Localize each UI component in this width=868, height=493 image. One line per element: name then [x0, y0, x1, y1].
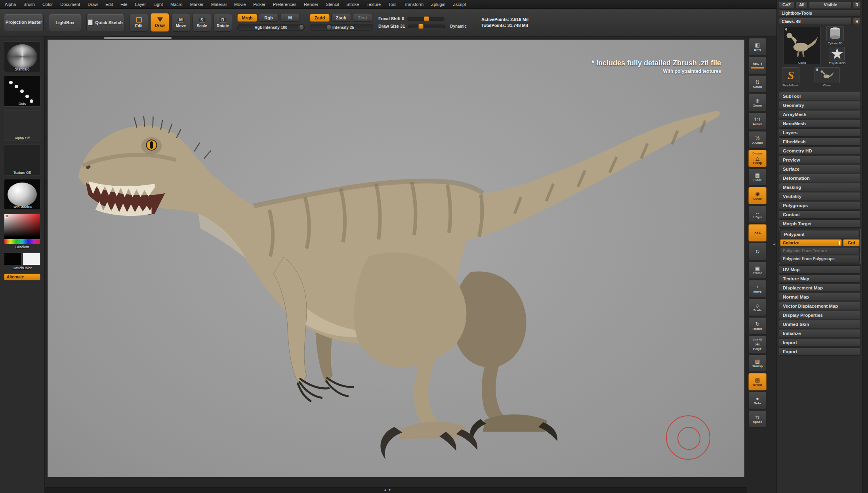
- tool-thumb-cylinder3d[interactable]: Cylinder3D: [826, 26, 844, 45]
- menu-item[interactable]: Render: [304, 2, 318, 7]
- polypaint-from-polygroups-button[interactable]: Polypaint From Polygroups: [780, 255, 860, 262]
- menu-item[interactable]: Stencil: [326, 2, 339, 7]
- current-tool-name[interactable]: Claws. 48: [779, 18, 852, 25]
- shelf-button[interactable]: ↔ L.Sym: [748, 206, 767, 223]
- tool-thumb-polymesh3d[interactable]: PolyMesh3D: [829, 47, 846, 65]
- z-intensity-slider[interactable]: Z Intensity 25: [310, 24, 373, 31]
- menu-item[interactable]: Document: [60, 2, 80, 7]
- shelf-button[interactable]: SPix 3: [748, 57, 767, 74]
- rgb-button[interactable]: Rgb: [259, 14, 279, 22]
- tool-section-header[interactable]: ArrayMesh: [779, 110, 861, 118]
- shelf-button[interactable]: ◇ Scale: [748, 299, 767, 316]
- shelf-button[interactable]: 1:1 Actual: [748, 112, 767, 130]
- menu-item[interactable]: Transform: [404, 2, 424, 7]
- tool-section-header[interactable]: SubTool: [779, 92, 861, 100]
- polypaint-from-texture-button[interactable]: Polypaint From Texture: [780, 247, 860, 254]
- shelf-button[interactable]: ⇅ Scroll: [748, 75, 767, 93]
- tool-section-header[interactable]: Morph Target: [779, 219, 861, 228]
- shelf-button[interactable]: Dynamic △ Persp: [748, 150, 767, 167]
- material-selector[interactable]: SkinShade4: [4, 179, 40, 210]
- menu-item[interactable]: Tool: [388, 2, 396, 7]
- shelf-button[interactable]: ● Solo: [748, 392, 767, 409]
- active-tool-thumbnail[interactable]: 6 Claws: [784, 27, 821, 65]
- menu-item[interactable]: Texture: [366, 2, 381, 7]
- rgb-intensity-slider[interactable]: Rgb Intensity 100: [237, 24, 305, 31]
- menu-item[interactable]: Macro: [170, 2, 183, 7]
- menu-item[interactable]: Edit: [105, 2, 113, 7]
- tool-section-header[interactable]: UV Map: [779, 265, 861, 274]
- m-button[interactable]: M: [280, 14, 300, 22]
- tool-section-header[interactable]: Vector Displacement Map: [779, 302, 861, 310]
- zsub-button[interactable]: Zsub: [331, 14, 351, 22]
- main-color-swatch[interactable]: [4, 253, 22, 265]
- menu-item[interactable]: Color: [42, 2, 53, 7]
- panel-collapse-arrow[interactable]: ◂: [773, 242, 775, 247]
- shelf-button[interactable]: ▦ Floor: [748, 168, 767, 186]
- menu-item[interactable]: Layer: [135, 2, 146, 7]
- tool-section-header[interactable]: Polygroups: [779, 201, 861, 209]
- menu-item[interactable]: Preferences: [273, 2, 296, 7]
- tool-section-header[interactable]: Displacement Map: [779, 284, 861, 292]
- rgb-intensity-handle[interactable]: [299, 25, 304, 30]
- shelf-button[interactable]: Line Fill ⊞ PolyF: [748, 336, 767, 353]
- polypaint-header[interactable]: Polypaint: [780, 230, 860, 238]
- document-canvas[interactable]: * Includes fully detailed Zbrush .ztl fi…: [48, 40, 744, 477]
- tool-section-header[interactable]: Normal Map: [779, 293, 861, 301]
- menu-item[interactable]: Draw: [88, 2, 98, 7]
- tool-section-header[interactable]: FiberMesh: [779, 137, 861, 146]
- scale-button[interactable]: S Scale: [193, 13, 211, 32]
- edit-button[interactable]: Edit: [130, 13, 148, 32]
- tool-section-header[interactable]: Import: [779, 338, 861, 346]
- tool-section-header[interactable]: Initialize: [779, 329, 861, 337]
- focal-shift-slider[interactable]: [407, 17, 444, 21]
- menu-item[interactable]: Zplugin: [431, 2, 445, 7]
- texture-selector[interactable]: Texture Off: [4, 145, 40, 175]
- shelf-button[interactable]: ▩ Ghost: [748, 373, 767, 390]
- menu-item[interactable]: Movie: [234, 2, 246, 7]
- tool-section-header[interactable]: NanoMesh: [779, 119, 861, 128]
- tool-section-header[interactable]: Visibility: [779, 192, 861, 200]
- zcut-button[interactable]: Zcut: [353, 14, 372, 22]
- move-button[interactable]: M Move: [172, 13, 190, 32]
- menu-item[interactable]: Picker: [253, 2, 265, 7]
- shelf-button[interactable]: ▣ Frame: [748, 261, 767, 279]
- shelf-button[interactable]: XYZ: [748, 224, 767, 242]
- goz-all-button[interactable]: All: [796, 1, 808, 8]
- secondary-color-swatch[interactable]: [23, 253, 40, 265]
- draw-size-handle[interactable]: [418, 24, 424, 29]
- menu-item[interactable]: Marker: [190, 2, 204, 7]
- lightbox-button[interactable]: LightBox: [49, 14, 81, 31]
- shelf-button[interactable]: ◧ BPR: [748, 38, 767, 55]
- menu-item[interactable]: Material: [211, 2, 227, 7]
- color-picker-field[interactable]: [4, 214, 40, 239]
- dynamic-label[interactable]: Dynamic: [450, 24, 467, 29]
- menu-item[interactable]: Stroke: [346, 2, 359, 7]
- shelf-button[interactable]: ▨ Transp: [748, 354, 767, 372]
- tool-r-button[interactable]: R: [853, 18, 861, 25]
- colorize-button[interactable]: Colorize: [780, 239, 842, 246]
- alpha-selector[interactable]: Alpha Off: [4, 110, 40, 141]
- tool-thumb-claws[interactable]: 6 Claws: [815, 67, 840, 87]
- shelf-button[interactable]: ↻: [748, 243, 767, 260]
- canvas-scrollbar[interactable]: [104, 37, 172, 39]
- tool-section-header[interactable]: Geometry: [779, 101, 861, 109]
- tool-section-header[interactable]: Surface: [779, 165, 861, 173]
- tool-section-header[interactable]: Contact: [779, 210, 861, 219]
- menu-item[interactable]: Brush: [23, 2, 35, 7]
- lightbox-tools-header[interactable]: Lightbox▸Tools: [779, 10, 861, 17]
- menu-item[interactable]: Zscript: [453, 2, 466, 7]
- tool-section-header[interactable]: Display Properties: [779, 311, 861, 319]
- switch-color-label[interactable]: SwitchColor: [4, 266, 40, 270]
- alternate-button[interactable]: Alternate: [4, 274, 40, 280]
- canvas-scroll-arrows[interactable]: ▲▼: [383, 488, 392, 492]
- goz-visible-button[interactable]: Visible: [809, 1, 852, 8]
- menu-item[interactable]: File: [120, 2, 128, 7]
- projection-master-button[interactable]: Projection Master: [4, 14, 44, 31]
- draw-size-slider[interactable]: [408, 25, 445, 28]
- tool-section-header[interactable]: Unified Skin: [779, 320, 861, 328]
- shelf-button[interactable]: ⇆ Xpose: [748, 410, 767, 428]
- shelf-button[interactable]: ◉ Local: [748, 187, 767, 204]
- brush-selector[interactable]: Standard: [4, 41, 40, 72]
- gradient-label[interactable]: Gradient: [4, 245, 40, 249]
- shelf-button[interactable]: + Move: [748, 280, 767, 297]
